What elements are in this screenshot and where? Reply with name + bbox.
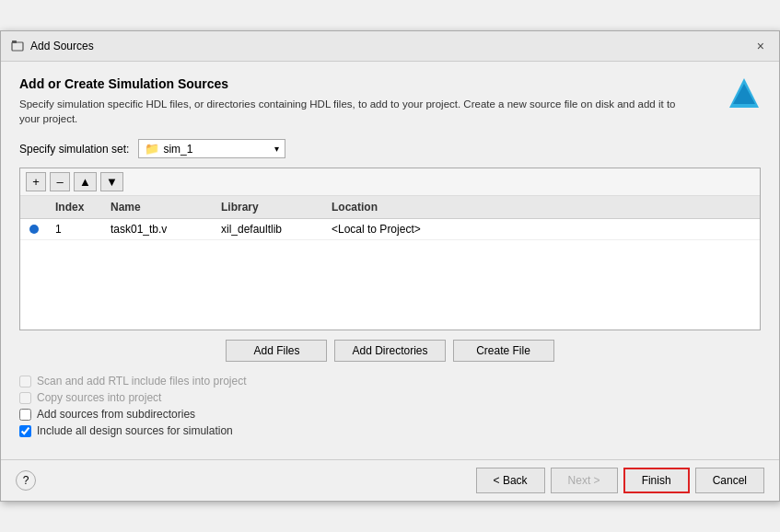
dialog-content: Add or Create Simulation Sources Specify… xyxy=(1,62,779,459)
header-text: Add or Create Simulation Sources Specify… xyxy=(19,76,682,126)
vivado-logo xyxy=(728,76,761,110)
sim-set-value: sim_1 xyxy=(163,143,192,156)
dialog-heading: Add or Create Simulation Sources xyxy=(19,76,682,91)
close-button[interactable]: × xyxy=(751,37,770,55)
header-section: Add or Create Simulation Sources Specify… xyxy=(19,76,761,126)
back-button[interactable]: < Back xyxy=(476,468,545,493)
svg-rect-1 xyxy=(12,40,17,43)
col-index: Index xyxy=(48,199,103,215)
sim-set-dropdown[interactable]: 📁 sim_1 ▾ xyxy=(138,139,285,158)
row-indicator xyxy=(20,221,48,237)
move-up-button[interactable]: ▲ xyxy=(74,172,97,191)
toolbar: + – ▲ ▼ xyxy=(20,168,760,196)
status-dot xyxy=(29,225,39,234)
remove-button[interactable]: – xyxy=(50,172,70,191)
checkbox-subdirs[interactable] xyxy=(19,409,31,421)
checkbox-include-label: Include all design sources for simulatio… xyxy=(37,424,233,437)
col-dot xyxy=(20,199,48,215)
add-files-button[interactable]: Add Files xyxy=(226,340,327,362)
cancel-button[interactable]: Cancel xyxy=(695,468,764,493)
row-extra xyxy=(508,226,760,233)
table-header: Index Name Library Location xyxy=(20,196,760,219)
checkboxes-section: Scan and add RTL include files into proj… xyxy=(19,375,761,437)
checkbox-copy[interactable] xyxy=(19,392,31,404)
title-bar: Add Sources × xyxy=(1,31,779,62)
file-table-container: + – ▲ ▼ Index Name Library Location 1 xyxy=(19,168,761,330)
col-library: Library xyxy=(214,199,324,215)
dialog-icon xyxy=(10,39,25,53)
table-row[interactable]: 1 task01_tb.v xil_defaultlib <Local to P… xyxy=(20,219,760,240)
col-location: Location xyxy=(324,199,508,215)
checkbox-subdirs-label: Add sources from subdirectories xyxy=(37,408,195,421)
row-library: xil_defaultlib xyxy=(214,219,324,239)
col-name: Name xyxy=(103,199,214,215)
checkbox-row-include: Include all design sources for simulatio… xyxy=(19,424,761,437)
action-buttons-row: Add Files Add Directories Create File xyxy=(19,340,761,362)
sim-set-row: Specify simulation set: 📁 sim_1 ▾ xyxy=(19,139,761,158)
checkbox-rtl-label: Scan and add RTL include files into proj… xyxy=(37,375,246,387)
footer-left: ? xyxy=(16,470,36,491)
add-directories-button[interactable]: Add Directories xyxy=(334,340,445,362)
add-button[interactable]: + xyxy=(26,172,46,191)
dialog-description: Specify simulation specific HDL files, o… xyxy=(19,97,682,126)
checkbox-copy-label: Copy sources into project xyxy=(37,391,161,404)
checkbox-rtl[interactable] xyxy=(19,376,31,387)
svg-rect-0 xyxy=(12,42,23,51)
checkbox-include[interactable] xyxy=(19,425,31,437)
move-down-button[interactable]: ▼ xyxy=(100,172,123,191)
footer-right: < Back Next > Finish Cancel xyxy=(476,468,764,493)
dialog-title: Add Sources xyxy=(30,40,94,52)
checkbox-row-copy: Copy sources into project xyxy=(19,391,761,404)
table-body: 1 task01_tb.v xil_defaultlib <Local to P… xyxy=(20,219,760,330)
help-button[interactable]: ? xyxy=(16,470,36,491)
add-sources-dialog: Add Sources × Add or Create Simulation S… xyxy=(0,30,780,502)
row-name: task01_tb.v xyxy=(103,219,214,239)
finish-button[interactable]: Finish xyxy=(623,468,690,493)
dialog-footer: ? < Back Next > Finish Cancel xyxy=(1,459,779,501)
row-index: 1 xyxy=(48,219,103,239)
title-bar-left: Add Sources xyxy=(10,39,94,53)
col-extra xyxy=(508,199,760,215)
folder-icon: 📁 xyxy=(145,142,159,156)
sim-set-label: Specify simulation set: xyxy=(19,143,129,156)
next-button[interactable]: Next > xyxy=(551,468,618,493)
row-location: <Local to Project> xyxy=(324,219,508,239)
checkbox-row-rtl: Scan and add RTL include files into proj… xyxy=(19,375,761,387)
create-file-button[interactable]: Create File xyxy=(453,340,554,362)
checkbox-row-subdirs: Add sources from subdirectories xyxy=(19,408,761,421)
chevron-down-icon: ▾ xyxy=(274,144,279,154)
